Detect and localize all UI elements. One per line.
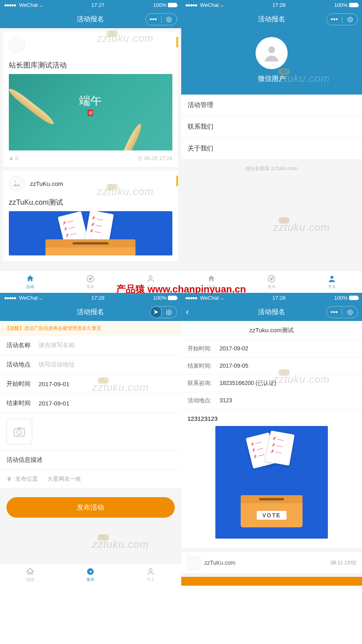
nav-bar: 活动报名 ➤◎ [0, 303, 181, 321]
status-time: 17:28 [272, 2, 286, 8]
location-icon[interactable]: ➤ [151, 307, 161, 317]
activity-card[interactable]: 站长图库测试活动 端午節 0 05-25 17:24 zztuku.com TU [3, 31, 178, 167]
page-title: 活动报名 [77, 307, 104, 317]
status-time: 17:28 [91, 295, 104, 301]
page-title: 活动报名 [258, 14, 285, 24]
detail-image: VOTE [215, 426, 328, 539]
menu-item-contact[interactable]: 联系我们 [181, 116, 362, 138]
field-end-time[interactable]: 结束时间2017-09-01 [0, 394, 181, 413]
more-icon[interactable]: ••• [327, 14, 342, 25]
participant-count: 0 [9, 155, 18, 161]
menu-item-about[interactable]: 关于我们 [181, 138, 362, 160]
status-time: 17:27 [91, 2, 104, 8]
nav-bar: ‹ 活动报名 •••◎ [181, 303, 362, 321]
tab-publish[interactable]: 发布 [241, 271, 302, 293]
overlay-watermark: 产品猿 www.chanpinyuan.cn [116, 283, 246, 296]
field-name[interactable]: 活动名称请先填写名称 [0, 336, 181, 355]
profile-menu: 活动管理 联系我们 关于我们 [181, 95, 362, 160]
svg-point-10 [149, 569, 152, 572]
battery-icon [168, 3, 177, 7]
camera-icon[interactable] [6, 419, 32, 444]
more-icon[interactable]: ••• [146, 14, 161, 25]
watermark-badge: TU [106, 31, 118, 37]
publisher-name: zzTuKu.com [30, 176, 63, 192]
activity-card[interactable]: zzTuKu.com zzTuKu.com测试 zztuku.com TU [3, 170, 178, 261]
field-start-time[interactable]: 开始时间2017-09-01 [0, 374, 181, 394]
svg-point-4 [268, 46, 275, 53]
avatar[interactable] [256, 37, 288, 69]
tab-me[interactable]: 个人 [302, 271, 362, 293]
highlight-bar [176, 176, 178, 186]
svg-point-8 [17, 430, 21, 434]
target-icon[interactable]: ◎ [342, 307, 358, 318]
signup-button[interactable] [181, 577, 362, 586]
avatar [187, 556, 200, 570]
capsule-menu[interactable]: •••◎ [326, 13, 358, 25]
watermark-badge: TU [98, 534, 109, 541]
screen-activity-detail: ●●●●● WeChat ⌵ 17:28 100% ‹ 活动报名 •••◎ zz… [181, 293, 362, 586]
capsule-menu[interactable]: •••◎ [145, 13, 177, 25]
watermark: zztuku.com [273, 221, 330, 234]
row-end-time: 结束时间:2017-09-05 [181, 358, 362, 375]
status-time: 17:28 [272, 295, 286, 301]
submit-button[interactable]: 发布活动 [6, 497, 175, 518]
watermark: zztuku.com [97, 32, 154, 45]
screen-activity-list: ●●●●● WeChat ⌵ 17:27 100% 活动报名 •••◎ 站长图库… [0, 0, 181, 293]
avatar [9, 176, 25, 192]
page-title: 活动报名 [77, 14, 104, 24]
avatar [9, 37, 25, 53]
publish-location[interactable]: 发布位置 火星网友一枚 [0, 470, 181, 488]
card-timestamp: 05-25 17:24 [138, 155, 172, 161]
card-image [9, 211, 172, 255]
card-title: zzTuKu.com测试 [9, 198, 172, 207]
screen-profile: ●●●●● WeChat ⌵ 17:28 100% 活动报名 •••◎ 微信用户… [181, 0, 362, 293]
detail-title: zzTuku.com测试 [181, 321, 362, 340]
publisher-row: zzTuKu.com 09-11 13:02 [181, 551, 362, 574]
image-upload[interactable] [0, 413, 181, 451]
tab-me[interactable]: 个人 [121, 564, 181, 586]
capsule-menu[interactable]: ➤◎ [150, 306, 177, 318]
watermark: zztuku.com [92, 538, 149, 551]
publish-time: 09-11 13:02 [331, 560, 356, 566]
nav-bar: 活动报名 •••◎ [181, 10, 362, 28]
svg-point-3 [149, 276, 152, 279]
description-field[interactable]: 活动信息描述 [0, 451, 181, 470]
target-icon[interactable]: ◎ [162, 307, 177, 318]
detail-body: 123123123 VOTE [181, 409, 362, 548]
tab-activity[interactable]: 活动 [0, 564, 60, 586]
username: 微信用户 [181, 74, 362, 83]
nav-bar: 活动报名 •••◎ [0, 10, 181, 28]
screen-publish-form: ●●●●● WeChat ⌵ 17:28 100% 活动报名 ➤◎ 【提醒】违法… [0, 293, 181, 586]
row-start-time: 开始时间:2017-09-02 [181, 340, 362, 358]
copyright: @站长图库 zzTuKu.com [181, 160, 362, 178]
svg-point-1 [14, 181, 16, 182]
publisher-name: zzTuKu.com [205, 560, 235, 566]
watermark-badge: TU [278, 217, 290, 224]
profile-header: 微信用户 [181, 28, 362, 95]
svg-point-6 [330, 276, 333, 279]
tab-publish[interactable]: 发布 [60, 564, 121, 586]
tab-publish[interactable]: 发布 [60, 271, 121, 293]
signal-icon: ●●●●● [4, 2, 16, 8]
target-icon[interactable]: ◎ [342, 14, 358, 25]
status-bar: ●●●●● WeChat ⌵ 17:27 100% [0, 0, 181, 10]
field-location[interactable]: 活动地点填写活动地址 [0, 355, 181, 374]
card-title: 站长图库测试活动 [9, 60, 172, 70]
row-contact: 联系咨询:18235166200 (已认证) [181, 375, 362, 392]
back-button[interactable]: ‹ [186, 307, 189, 317]
more-icon[interactable]: ••• [327, 307, 342, 318]
page-title: 活动报名 [258, 307, 285, 317]
tab-activity[interactable]: 活动 [0, 271, 60, 293]
image-caption: 端午節 [79, 93, 102, 116]
wifi-icon: ⌵ [39, 2, 43, 8]
highlight-bar [176, 37, 178, 47]
menu-item-manage[interactable]: 活动管理 [181, 95, 362, 116]
status-bar: ●●●●● WeChat ⌵ 17:28 100% [181, 0, 362, 10]
vote-label: VOTE [257, 511, 286, 520]
capsule-menu[interactable]: •••◎ [326, 306, 358, 318]
watermark-badge: TU [106, 184, 118, 190]
card-image: 端午節 [9, 74, 172, 150]
row-location: 活动地点:3123 [181, 392, 362, 409]
target-icon[interactable]: ◎ [162, 14, 177, 25]
watermark: zztuku.com [97, 185, 154, 198]
